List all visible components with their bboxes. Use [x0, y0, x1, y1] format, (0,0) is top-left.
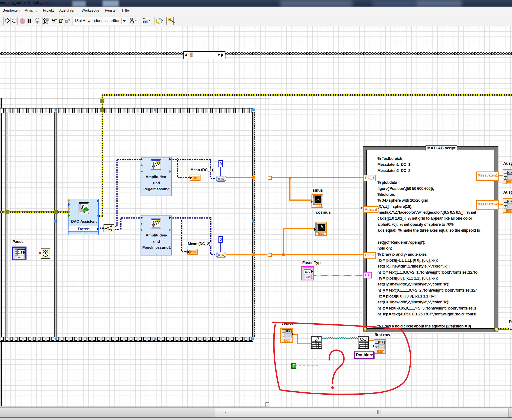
svg-text:j: j	[504, 174, 505, 176]
svg-text:dbl: dbl	[221, 178, 225, 180]
svg-text:2: 2	[317, 224, 318, 226]
svg-text:▤: ▤	[218, 254, 220, 257]
svg-text:j: j	[504, 203, 505, 205]
svg-text:▤: ▤	[218, 177, 220, 180]
svg-text:k: k	[505, 177, 506, 179]
svg-text:0: 0	[317, 230, 318, 232]
svg-text:0: 0	[313, 202, 314, 204]
svg-text:i: i	[505, 200, 505, 202]
svg-text:dbl: dbl	[221, 254, 225, 256]
svg-text:123: 123	[508, 200, 512, 203]
svg-text:123: 123	[508, 171, 512, 174]
svg-text:k: k	[505, 206, 506, 208]
svg-text:i: i	[505, 171, 505, 173]
svg-text:2: 2	[313, 196, 314, 198]
